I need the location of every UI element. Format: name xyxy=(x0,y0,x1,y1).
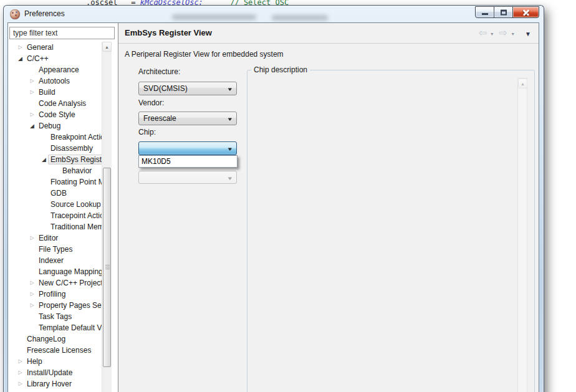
tree-item-breakpoint-actio[interactable]: Breakpoint Actio xyxy=(8,131,102,143)
vendor-value: Freescale xyxy=(143,114,176,123)
tree-item-behavior[interactable]: Behavior xyxy=(8,165,102,176)
tree-item-label: Disassembly xyxy=(48,143,95,153)
tree-item-label: Autotools xyxy=(36,76,72,86)
tree-collapsed-icon[interactable]: ▷ xyxy=(28,300,36,311)
tree-item-property-pages-setti[interactable]: ▷Property Pages Setti xyxy=(8,300,102,311)
architecture-label: Architecture: xyxy=(138,67,180,76)
tree-item-freescale-licenses[interactable]: Freescale Licenses xyxy=(8,345,102,356)
tree-item-library-hover[interactable]: ▷Library Hover xyxy=(8,378,102,390)
aero-blur-smudge xyxy=(272,15,328,21)
caption-buttons xyxy=(476,6,539,18)
view-menu-icon[interactable]: ▼ xyxy=(525,31,531,37)
aero-blur-smudge xyxy=(172,14,256,20)
forward-history-caret-icon[interactable]: ▼ xyxy=(511,32,515,36)
tree-expanded-icon[interactable]: ◢ xyxy=(40,154,48,165)
tree-item-label: Traditional Mem xyxy=(48,222,102,232)
tree-item-indexer[interactable]: Indexer xyxy=(8,255,102,266)
chip-description-text xyxy=(250,77,521,392)
tree-item-label: C/C++ xyxy=(24,54,51,64)
tree-collapsed-icon[interactable]: ▷ xyxy=(16,378,24,390)
tree-collapsed-icon[interactable]: ▷ xyxy=(28,277,36,289)
tree-item-tracepoint-actio[interactable]: Tracepoint Actio xyxy=(8,210,102,221)
tree-item-traditional-mem[interactable]: Traditional Mem xyxy=(8,221,102,232)
chip-description-group: Chip description ▲ xyxy=(247,70,535,392)
tree-item-label: Behavior xyxy=(60,166,94,176)
tree-collapsed-icon[interactable]: ▷ xyxy=(28,289,36,300)
tree-item-label: ChangeLog xyxy=(24,334,68,344)
tree-collapsed-icon[interactable]: ▷ xyxy=(28,232,36,244)
chip-dropdown-list: MK10D5 xyxy=(138,155,238,168)
tree-item-embsys-register[interactable]: ◢EmbSys Register xyxy=(8,154,102,165)
preferences-tree: ▷General◢C/C++Appearance▷Autotools▷Build… xyxy=(8,42,102,392)
tree-item-label: Debug xyxy=(36,121,63,131)
tree-item-label: Install/Update xyxy=(24,368,75,378)
vendor-combo[interactable]: Freescale ▼ xyxy=(138,112,237,125)
tree-item-label: Freescale Licenses xyxy=(24,345,94,355)
tree-item-file-types[interactable]: File Types xyxy=(8,244,102,255)
tree-collapsed-icon[interactable]: ▷ xyxy=(28,109,36,120)
tree-scrollbar-thumb[interactable] xyxy=(103,168,111,367)
tree-item-build[interactable]: ▷Build xyxy=(8,87,102,98)
architecture-combo[interactable]: SVD(CMSIS) ▼ xyxy=(138,82,237,95)
tree-collapsed-icon[interactable]: ▷ xyxy=(16,42,24,53)
tree-item-label: Build xyxy=(36,87,58,97)
tree-item-code-analysis[interactable]: Code Analysis xyxy=(8,98,102,109)
tree-item-install-update[interactable]: ▷Install/Update xyxy=(8,367,102,378)
back-history-caret-icon[interactable]: ▼ xyxy=(490,32,494,36)
architecture-value: SVD(CMSIS) xyxy=(143,84,188,93)
tree-item-label: Language Mappings xyxy=(36,267,102,277)
tree-item-label: General xyxy=(24,42,56,52)
tree-item-new-c-c-project[interactable]: ▷New C/C++ Project xyxy=(8,277,102,289)
tree-item-code-style[interactable]: ▷Code Style xyxy=(8,109,102,120)
tree-item-label: GDB xyxy=(48,188,69,198)
tree-item-changelog[interactable]: ChangeLog xyxy=(8,333,102,345)
close-icon xyxy=(522,9,530,16)
tree-item-debug[interactable]: ◢Debug xyxy=(8,120,102,131)
tree-item-autotools[interactable]: ▷Autotools xyxy=(8,75,102,87)
tree-expanded-icon[interactable]: ◢ xyxy=(28,120,36,131)
tree-item-gdb[interactable]: GDB xyxy=(8,188,102,199)
tree-item-label: Profiling xyxy=(36,289,68,299)
tree-item-general[interactable]: ▷General xyxy=(8,42,102,53)
tree-item-language-mappings[interactable]: Language Mappings xyxy=(8,266,102,277)
dialog-client-area: ▷General◢C/C++Appearance▷Autotools▷Build… xyxy=(7,22,539,392)
tree-item-label: Floating Point M xyxy=(48,177,102,187)
tree-item-disassembly[interactable]: Disassembly xyxy=(8,143,102,154)
tree-expanded-icon[interactable]: ◢ xyxy=(16,53,24,64)
scroll-up-button[interactable]: ▲ xyxy=(102,42,112,52)
scroll-up-button[interactable]: ▲ xyxy=(518,79,527,88)
titlebar[interactable]: Preferences xyxy=(4,6,544,22)
tree-collapsed-icon[interactable]: ▷ xyxy=(16,367,24,378)
secondary-combo[interactable]: ▼ xyxy=(138,171,237,184)
chip-option-mk10d5[interactable]: MK10D5 xyxy=(139,156,237,167)
page-title: EmbSys Register View xyxy=(125,28,212,37)
tree-item-help[interactable]: ▷Help xyxy=(8,356,102,367)
tree-item-template-default-va[interactable]: Template Default Va xyxy=(8,322,102,333)
maximize-button[interactable] xyxy=(494,6,513,18)
chip-combo[interactable]: ▼ xyxy=(138,141,237,155)
tree-item-source-lookup-p[interactable]: Source Lookup P xyxy=(8,199,102,210)
tree-item-label: Code Style xyxy=(36,110,78,120)
tree-item-label: Breakpoint Actio xyxy=(48,132,102,142)
minimize-button[interactable] xyxy=(475,6,494,18)
tree-item-c-c[interactable]: ◢C/C++ xyxy=(8,53,102,64)
tree-collapsed-icon[interactable]: ▷ xyxy=(28,75,36,87)
tree-item-appearance[interactable]: Appearance xyxy=(8,64,102,75)
tree-item-label: Source Lookup P xyxy=(48,199,102,209)
tree-item-floating-point-m[interactable]: Floating Point M xyxy=(8,176,102,188)
chip-description-title: Chip description xyxy=(251,65,310,74)
tree-item-label: New C/C++ Project xyxy=(36,278,102,288)
back-arrow-icon[interactable]: ⇦ xyxy=(478,28,486,38)
tree-item-editor[interactable]: ▷Editor xyxy=(8,232,102,244)
tree-scrollbar[interactable]: ▲ xyxy=(102,42,112,392)
forward-arrow-icon[interactable]: ⇨ xyxy=(499,28,507,38)
filter-input[interactable] xyxy=(9,27,115,39)
page-description: A Periperal Register View for embedded s… xyxy=(125,50,284,59)
tree-collapsed-icon[interactable]: ▷ xyxy=(16,356,24,367)
tree-item-task-tags[interactable]: Task Tags xyxy=(8,311,102,322)
close-button[interactable] xyxy=(512,6,539,18)
window-title: Preferences xyxy=(24,9,65,18)
tree-collapsed-icon[interactable]: ▷ xyxy=(28,87,36,98)
tree-item-profiling[interactable]: ▷Profiling xyxy=(8,289,102,300)
chip-description-scrollbar[interactable]: ▲ xyxy=(517,78,527,392)
